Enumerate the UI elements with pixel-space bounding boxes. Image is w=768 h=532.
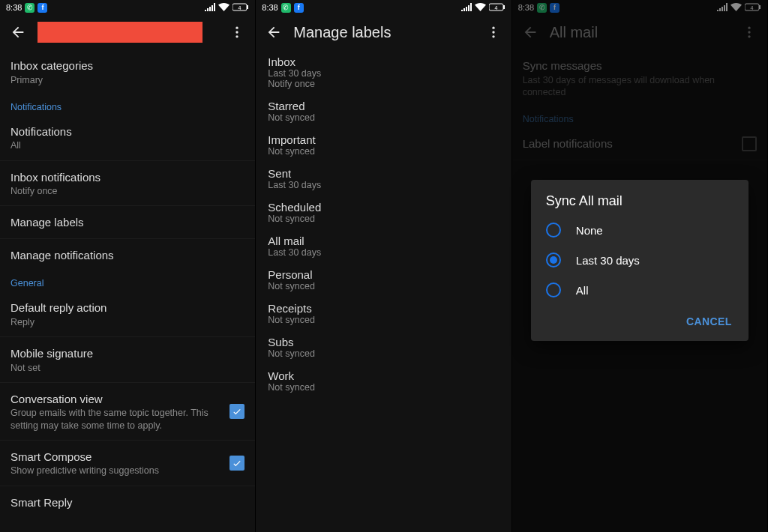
row-manage-labels[interactable]: Manage labels — [0, 206, 255, 239]
radio-option[interactable]: None — [531, 215, 748, 245]
label-row[interactable]: PersonalNot synced — [256, 262, 511, 296]
signal-icon — [205, 3, 215, 13]
radio-option[interactable]: All — [531, 275, 748, 305]
row-title: Smart Compose — [10, 450, 224, 465]
row-manage-notifications[interactable]: Manage notifications — [0, 239, 255, 271]
account-email-redacted — [38, 22, 202, 43]
label-name: All mail — [268, 235, 499, 247]
label-name: Personal — [268, 268, 499, 281]
radio-label: None — [576, 224, 603, 237]
svg-point-4 — [236, 31, 238, 33]
svg-point-9 — [492, 27, 494, 29]
label-row[interactable]: SubsNot synced — [256, 330, 511, 363]
status-time: 8:38 — [262, 3, 278, 12]
row-inbox-notifications[interactable]: Inbox notifications Notify once — [0, 161, 255, 207]
row-smart-compose[interactable]: Smart Compose Show predictive writing su… — [0, 441, 255, 486]
label-name: Subs — [268, 336, 499, 348]
label-name: Scheduled — [268, 201, 499, 214]
row-title: Notifications — [10, 124, 244, 139]
row-title: Mobile signature — [10, 346, 244, 361]
row-default-reply[interactable]: Default reply action Reply — [0, 291, 255, 337]
row-notifications[interactable]: Notifications All — [0, 115, 255, 161]
label-name: Inbox — [268, 55, 499, 68]
row-subtitle: Show predictive writing suggestions — [10, 465, 224, 477]
svg-point-10 — [492, 31, 494, 33]
whatsapp-icon: ✆ — [281, 3, 291, 13]
status-bar: 8:38 ✆ f 4 — [256, 0, 511, 15]
label-sync-status: Not synced — [268, 146, 499, 157]
dialog-actions: CANCEL — [531, 305, 748, 336]
screen-manage-labels: 8:38 ✆ f 4 Manage labels InboxLast 30 da… — [256, 0, 512, 532]
labels-list[interactable]: InboxLast 30 daysNotify onceStarredNot s… — [256, 49, 511, 532]
facebook-icon: f — [294, 3, 304, 13]
label-sync-status: Last 30 days — [268, 180, 499, 190]
label-sync-status: Not synced — [268, 348, 499, 359]
radio-unselected-icon — [546, 282, 561, 297]
row-mobile-signature[interactable]: Mobile signature Not set — [0, 337, 255, 383]
label-sync-status: Last 30 days — [268, 247, 499, 258]
row-title: Manage labels — [10, 215, 244, 230]
label-name: Work — [268, 369, 499, 382]
dialog-scrim[interactable]: Sync All mail NoneLast 30 daysAll CANCEL — [512, 0, 767, 532]
row-subtitle: Reply — [10, 316, 244, 328]
facebook-icon: f — [38, 3, 47, 13]
label-name: Sent — [268, 167, 499, 180]
radio-option[interactable]: Last 30 days — [531, 245, 748, 275]
label-row[interactable]: ScheduledNot synced — [256, 195, 511, 229]
wifi-icon — [475, 3, 486, 13]
row-inbox-categories[interactable]: Inbox categories Primary — [0, 49, 255, 94]
label-row[interactable]: ImportantNot synced — [256, 127, 511, 161]
sync-dialog: Sync All mail NoneLast 30 daysAll CANCEL — [531, 180, 748, 341]
checkbox-checked[interactable] — [230, 404, 244, 419]
section-general: General — [0, 270, 255, 291]
row-title: Inbox notifications — [10, 170, 244, 185]
svg-rect-7 — [503, 5, 505, 9]
row-conversation-view[interactable]: Conversation view Group emails with the … — [0, 383, 255, 441]
app-bar: Manage labels — [256, 15, 511, 49]
label-row[interactable]: InboxLast 30 daysNotify once — [256, 49, 511, 94]
label-row[interactable]: StarredNot synced — [256, 94, 511, 127]
checkbox-checked[interactable] — [230, 456, 244, 471]
svg-text:4: 4 — [238, 4, 242, 10]
status-time: 8:38 — [6, 3, 22, 12]
radio-selected-icon — [546, 253, 561, 267]
dialog-title: Sync All mail — [531, 193, 748, 215]
back-button[interactable] — [260, 19, 287, 46]
screen-account-settings: 8:38 ✆ f 4 Inbox categories Primary — [0, 0, 256, 532]
page-title: Manage labels — [293, 24, 473, 41]
row-title: Inbox categories — [10, 58, 244, 73]
screen-all-mail: 8:38 ✆ f 4 All mail Sync messages La — [512, 0, 768, 532]
label-row[interactable]: WorkNot synced — [256, 363, 511, 397]
row-subtitle: Primary — [10, 74, 244, 86]
section-notifications: Notifications — [0, 94, 255, 115]
label-row[interactable]: ReceiptsNot synced — [256, 296, 511, 330]
overflow-menu-button[interactable] — [480, 19, 507, 46]
label-name: Important — [268, 133, 499, 146]
status-bar: 8:38 ✆ f 4 — [0, 0, 255, 15]
signal-icon — [461, 3, 472, 13]
row-subtitle: All — [10, 139, 244, 151]
row-title: Default reply action — [10, 300, 244, 315]
row-subtitle: Notify once — [10, 185, 244, 197]
label-row[interactable]: SentLast 30 days — [256, 161, 511, 195]
row-smart-reply[interactable]: Smart Reply — [0, 486, 255, 519]
svg-rect-1 — [247, 5, 248, 9]
battery-icon: 4 — [232, 3, 249, 13]
label-sync-status: Not synced — [268, 281, 499, 291]
svg-point-5 — [236, 35, 238, 37]
label-sync-status: Last 30 days — [268, 68, 499, 79]
overflow-menu-button[interactable] — [224, 19, 250, 46]
label-name: Starred — [268, 100, 499, 112]
label-row[interactable]: All mailLast 30 days — [256, 229, 511, 262]
settings-list[interactable]: Inbox categories Primary Notifications N… — [0, 49, 255, 532]
row-title: Conversation view — [10, 392, 224, 407]
svg-point-11 — [492, 35, 494, 37]
label-sync-status: Not synced — [268, 315, 499, 325]
row-subtitle: Group emails with the same topic togethe… — [10, 407, 224, 432]
whatsapp-icon: ✆ — [25, 3, 34, 13]
back-button[interactable] — [4, 19, 32, 46]
label-notify-status: Notify once — [268, 79, 499, 89]
cancel-button[interactable]: CANCEL — [679, 309, 740, 333]
row-subtitle: Not set — [10, 362, 244, 374]
label-sync-status: Not synced — [268, 112, 499, 123]
